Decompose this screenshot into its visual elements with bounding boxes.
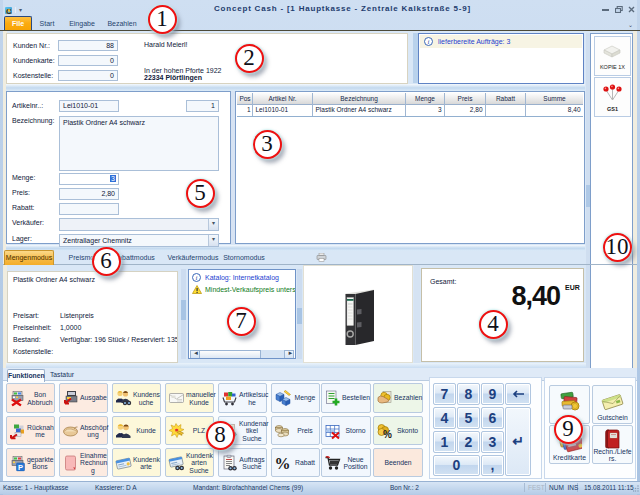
- svg-text:i: i: [428, 38, 430, 46]
- svg-text:i: i: [196, 274, 198, 282]
- svg-text:%: %: [275, 454, 291, 471]
- svg-text:%: %: [383, 429, 392, 440]
- svg-text:P: P: [18, 462, 23, 471]
